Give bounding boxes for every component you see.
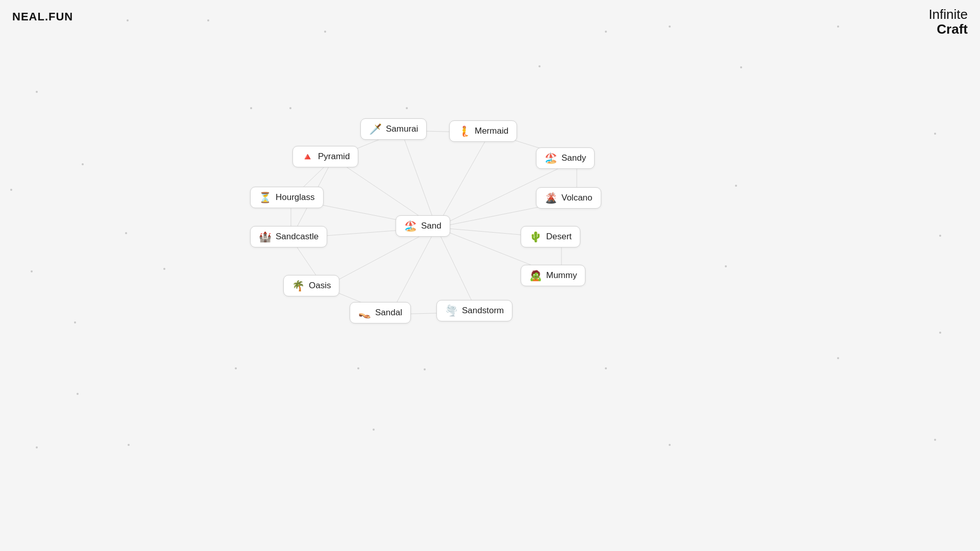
background-dot <box>36 446 38 448</box>
node-sandcastle[interactable]: 🏰Sandcastle <box>250 226 327 247</box>
oasis-label: Oasis <box>309 281 331 291</box>
background-dot <box>207 19 209 21</box>
sandcastle-label: Sandcastle <box>276 232 318 242</box>
background-dot <box>36 91 38 93</box>
background-dot <box>538 65 541 67</box>
node-mummy[interactable]: 🧟Mummy <box>521 265 585 286</box>
background-dot <box>837 357 839 359</box>
background-dot <box>837 26 839 28</box>
app-title: Infinite Craft <box>928 7 968 36</box>
connection-line <box>390 228 436 314</box>
sand-icon: 🏖️ <box>404 221 417 231</box>
hourglass-icon: ⏳ <box>259 192 272 203</box>
samurai-icon: 🗡️ <box>369 124 382 134</box>
sandstorm-icon: 🌪️ <box>445 306 458 316</box>
background-dot <box>740 66 742 68</box>
node-sandy[interactable]: 🏖️Sandy <box>536 147 595 169</box>
background-dot <box>939 332 941 334</box>
background-dot <box>669 444 671 446</box>
background-dot <box>934 439 936 441</box>
background-dot <box>127 19 129 21</box>
node-volcano[interactable]: 🌋Volcano <box>536 187 601 209</box>
background-dot <box>289 107 291 109</box>
sandy-icon: 🏖️ <box>545 153 557 163</box>
background-dot <box>406 107 408 109</box>
volcano-label: Volcano <box>561 193 593 203</box>
node-hourglass[interactable]: ⏳Hourglass <box>250 187 324 208</box>
node-samurai[interactable]: 🗡️Samurai <box>360 118 427 140</box>
sandstorm-label: Sandstorm <box>462 306 504 316</box>
sandcastle-icon: 🏰 <box>259 232 272 242</box>
background-dot <box>605 367 607 369</box>
background-dot <box>735 185 737 187</box>
volcano-icon: 🌋 <box>545 193 557 203</box>
background-dot <box>31 270 33 272</box>
node-desert[interactable]: 🌵Desert <box>521 226 580 247</box>
background-dot <box>357 367 359 369</box>
oasis-icon: 🌴 <box>292 281 305 291</box>
background-dot <box>939 235 941 237</box>
title-craft: Craft <box>928 22 968 37</box>
pyramid-icon: 🔺 <box>301 152 314 162</box>
background-dot <box>82 163 84 165</box>
background-dot <box>934 133 936 135</box>
background-dot <box>77 393 79 395</box>
background-dot <box>424 368 426 370</box>
hourglass-label: Hourglass <box>276 192 315 203</box>
sand-label: Sand <box>421 221 442 231</box>
node-sand[interactable]: 🏖️Sand <box>396 215 450 237</box>
desert-label: Desert <box>546 232 572 242</box>
background-dot <box>250 107 252 109</box>
background-dot <box>163 268 165 270</box>
sandal-label: Sandal <box>375 308 402 318</box>
brand-logo: NEAL.FUN <box>12 10 73 23</box>
connection-line <box>436 133 490 228</box>
mummy-icon: 🧟 <box>529 270 542 281</box>
background-dot <box>373 429 375 431</box>
background-dot <box>725 265 727 267</box>
node-sandal[interactable]: 👡Sandal <box>350 302 411 323</box>
background-dot <box>235 367 237 369</box>
background-dot <box>669 26 671 28</box>
sandal-icon: 👡 <box>358 308 371 318</box>
desert-icon: 🌵 <box>529 232 542 242</box>
sandy-label: Sandy <box>561 153 586 163</box>
node-pyramid[interactable]: 🔺Pyramid <box>292 146 358 167</box>
node-oasis[interactable]: 🌴Oasis <box>283 275 339 296</box>
mermaid-label: Mermaid <box>475 126 508 136</box>
background-dot <box>128 444 130 446</box>
background-dot <box>125 232 127 234</box>
background-dot <box>324 31 326 33</box>
samurai-label: Samurai <box>386 124 418 134</box>
background-dot <box>10 189 12 191</box>
background-dot <box>74 321 76 323</box>
node-sandstorm[interactable]: 🌪️Sandstorm <box>436 300 512 321</box>
pyramid-label: Pyramid <box>318 152 350 162</box>
node-mermaid[interactable]: 🧜Mermaid <box>449 120 517 142</box>
mermaid-icon: 🧜 <box>458 126 471 136</box>
connection-line <box>401 131 436 228</box>
mummy-label: Mummy <box>546 270 577 281</box>
background-dot <box>605 31 607 33</box>
title-infinite: Infinite <box>928 7 968 22</box>
